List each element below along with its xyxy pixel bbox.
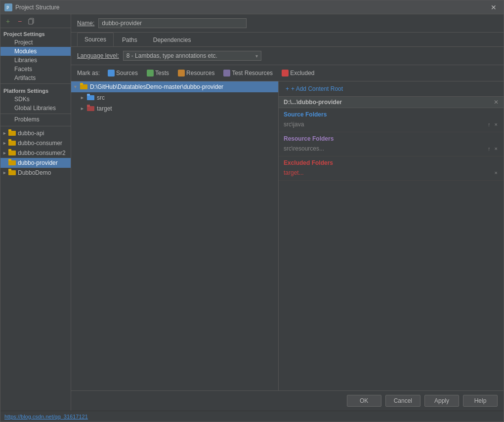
tests-mark-icon (147, 70, 154, 77)
excluded-folder-path: target... (284, 169, 304, 176)
file-tree-target[interactable]: ► target (71, 103, 278, 114)
module-path-text: D:\...\dubbo-provider (284, 99, 342, 106)
source-folder-up-button[interactable]: ↑ (487, 121, 492, 127)
tab-dependencies[interactable]: Dependencies (146, 33, 199, 46)
sidebar-item-sdks[interactable]: SDKs (0, 95, 71, 104)
project-structure-dialog: P Project Structure ✕ + − Project Settin… (0, 0, 504, 422)
svg-rect-19 (87, 105, 90, 107)
sidebar-divider (0, 83, 71, 84)
sidebar-item-modules[interactable]: Modules (0, 47, 71, 56)
mark-sources-button[interactable]: Sources (105, 69, 141, 77)
module-item-DubboDemo[interactable]: ► DubboDemo (0, 168, 71, 178)
module-item-dubbo-api[interactable]: ► dubbo-api (0, 128, 71, 138)
resource-folders-section: Resource Folders src\resources... ↑ × (279, 132, 504, 156)
module-tree-divider (0, 126, 71, 126)
svg-rect-6 (8, 141, 16, 146)
module-item-dubbo-provider[interactable]: dubbo-provider (0, 158, 71, 168)
module-name-input[interactable] (98, 18, 247, 28)
folder-icon-dubbo-provider (8, 159, 16, 167)
resource-folders-title: Resource Folders (284, 135, 499, 142)
svg-rect-17 (87, 94, 90, 96)
cancel-button[interactable]: Cancel (385, 395, 420, 407)
sidebar-item-libraries[interactable]: Libraries (0, 56, 71, 65)
folder-icon-dubbo-api (8, 129, 16, 137)
mark-excluded-button[interactable]: Excluded (279, 69, 317, 77)
excluded-folders-title: Excluded Folders (284, 159, 499, 166)
module-item-dubbo-consumer[interactable]: ► dubbo-consumer (0, 138, 71, 148)
excluded-folder-remove-button[interactable]: × (494, 170, 499, 176)
root-folder-icon (80, 83, 88, 91)
target-folder-icon (87, 105, 95, 113)
svg-rect-11 (8, 159, 11, 161)
svg-rect-4 (8, 131, 16, 136)
svg-rect-9 (8, 149, 11, 151)
tab-paths[interactable]: Paths (115, 33, 145, 46)
source-folder-path: src\java (284, 121, 304, 128)
help-button[interactable]: Help (463, 395, 498, 407)
resources-mark-icon (178, 70, 185, 77)
svg-rect-7 (8, 139, 11, 141)
folder-icon-dubbo-consumer2 (8, 149, 16, 157)
sidebar: + − Project Settings Project Modules (0, 14, 71, 411)
copy-module-button[interactable] (26, 16, 37, 27)
module-close-button[interactable]: ✕ (494, 99, 499, 106)
language-level-row: Language level: 8 - Lambdas, type annota… (71, 47, 504, 65)
module-item-dubbo-consumer2[interactable]: ► dubbo-consumer2 (0, 148, 71, 158)
apply-button[interactable]: Apply (424, 395, 459, 407)
svg-rect-12 (8, 170, 16, 175)
status-bar: https://blog.csdn.net/qq_31617121 (0, 411, 504, 422)
module-path-header: D:\...\dubbo-provider ✕ (279, 97, 504, 108)
excluded-folder-entry: target... × (284, 168, 499, 177)
add-content-root-button[interactable]: + + Add Content Root (284, 84, 345, 93)
sidebar-item-artifacts[interactable]: Artifacts (0, 74, 71, 82)
language-level-value: 8 - Lambdas, type annotations etc. (126, 52, 255, 59)
sidebar-item-facets[interactable]: Facets (0, 65, 71, 74)
language-level-select[interactable]: 8 - Lambdas, type annotations etc. ▾ (123, 51, 261, 61)
src-folder-icon (87, 94, 95, 102)
status-url[interactable]: https://blog.csdn.net/qq_31617121 (4, 414, 88, 420)
resource-folder-entry: src\resources... ↑ × (284, 144, 499, 153)
mark-as-label: Mark as: (77, 70, 100, 77)
source-folders-title: Source Folders (284, 111, 499, 118)
src-arrow-icon: ► (80, 95, 87, 100)
resource-folder-path: src\resources... (284, 145, 324, 152)
excluded-folders-section: Excluded Folders target... × (279, 156, 504, 181)
folder-icon-dubbo-consumer (8, 139, 16, 147)
svg-rect-16 (87, 95, 94, 100)
ok-button[interactable]: OK (347, 395, 381, 407)
title-bar: P Project Structure ✕ (0, 0, 504, 14)
source-folder-remove-button[interactable]: × (494, 121, 499, 127)
svg-rect-5 (8, 129, 11, 131)
mark-resources-button[interactable]: Resources (175, 69, 217, 77)
info-header: + + Add Content Root (279, 81, 504, 97)
target-text: target (97, 105, 112, 112)
add-module-button[interactable]: + (2, 16, 13, 27)
excluded-mark-icon (282, 70, 289, 77)
sidebar-item-global-libraries[interactable]: Global Libraries (0, 104, 71, 113)
main-content: + − Project Settings Project Modules (0, 14, 504, 411)
remove-module-button[interactable]: − (14, 16, 25, 27)
sidebar-item-project[interactable]: Project (0, 38, 71, 47)
language-level-label: Language level: (77, 52, 119, 59)
svg-rect-8 (8, 151, 16, 155)
platform-settings-label: Platform Settings (0, 85, 71, 95)
file-tree-root[interactable]: ▼ D:\GitHub\DatatablesDemo-master\dubbo-… (71, 81, 278, 92)
mark-tests-button[interactable]: Tests (144, 69, 172, 77)
file-tree-src[interactable]: ► src (71, 92, 278, 103)
sidebar-divider-2 (0, 114, 71, 114)
svg-rect-15 (80, 83, 83, 85)
svg-rect-18 (87, 106, 94, 111)
tab-sources[interactable]: Sources (77, 33, 114, 46)
resource-folder-remove-button[interactable]: × (494, 146, 499, 152)
info-panel: + + Add Content Root D:\...\dubbo-provid… (279, 81, 504, 390)
close-button[interactable]: ✕ (488, 2, 500, 12)
project-settings-label: Project Settings (0, 28, 71, 38)
right-panel: Name: Sources Paths Dependencies Languag… (71, 14, 504, 411)
resource-folder-up-button[interactable]: ↑ (487, 146, 492, 152)
folder-icon-DubboDemo (8, 169, 16, 177)
svg-rect-14 (80, 84, 87, 89)
sidebar-item-problems[interactable]: Problems (0, 115, 71, 124)
mark-test-resources-button[interactable]: Test Resources (220, 69, 276, 77)
svg-rect-10 (8, 160, 16, 165)
root-arrow-icon: ▼ (73, 84, 80, 89)
